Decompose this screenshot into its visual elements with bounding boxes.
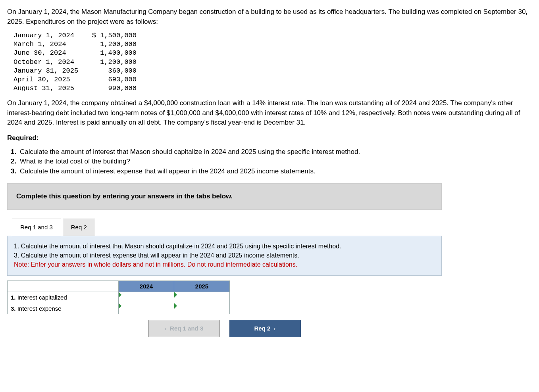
next-button[interactable]: Req 2 › — [229, 320, 301, 337]
panel-line-3: 3. Calculate the amount of interest expe… — [14, 251, 435, 260]
problem-intro-1: On January 1, 2024, the Mason Manufactur… — [7, 7, 532, 27]
exp-row: January 1, 2024$ 1,500,000 — [13, 31, 532, 40]
requirements-list: Calculate the amount of interest that Ma… — [16, 147, 532, 177]
row-interest-capitalized: 1. Interest capitalized — [8, 292, 119, 303]
col-header-2024: 2024 — [119, 281, 174, 292]
input-interest-expense-2025[interactable] — [174, 303, 230, 314]
chevron-left-icon: ‹ — [165, 325, 167, 332]
exp-row: January 31, 2025360,000 — [13, 67, 532, 75]
panel-line-1: 1. Calculate the amount of interest that… — [14, 242, 435, 251]
exp-row: April 30, 2025693,000 — [13, 75, 532, 84]
instruction-bar: Complete this question by entering your … — [7, 183, 442, 210]
input-interest-expense-2024[interactable] — [119, 303, 174, 314]
requirement-2: What is the total cost of the building? — [18, 157, 532, 167]
exp-row: August 31, 2025990,000 — [13, 84, 532, 93]
requirement-1: Calculate the amount of interest that Ma… — [18, 147, 532, 157]
prev-button: ‹ Req 1 and 3 — [148, 320, 220, 337]
col-header-2025: 2025 — [174, 281, 230, 292]
required-heading: Required: — [7, 133, 532, 143]
input-interest-capitalized-2024[interactable] — [119, 292, 174, 303]
tab-strip: Req 1 and 3 Req 2 — [12, 219, 442, 236]
exp-row: June 30, 20241,400,000 — [13, 49, 532, 58]
tab-req-2[interactable]: Req 2 — [63, 219, 95, 236]
exp-row: March 1, 20241,200,000 — [13, 40, 532, 49]
expenditure-table: January 1, 2024$ 1,500,000 March 1, 2024… — [13, 31, 532, 93]
panel-note: Note: Enter your answers in whole dollar… — [14, 260, 435, 269]
exp-row: October 1, 20241,200,000 — [13, 58, 532, 67]
tab-panel-req-1-and-3: 1. Calculate the amount of interest that… — [7, 236, 442, 276]
requirement-3: Calculate the amount of interest expense… — [18, 167, 532, 177]
problem-intro-2: On January 1, 2024, the company obtained… — [7, 98, 532, 128]
input-interest-capitalized-2025[interactable] — [174, 292, 230, 303]
chevron-right-icon: › — [274, 325, 276, 332]
row-interest-expense: 3. Interest expense — [8, 303, 119, 314]
answer-table: 2024 2025 1. Interest capitalized 3. Int… — [7, 281, 230, 314]
table-corner — [8, 281, 119, 292]
tab-req-1-and-3[interactable]: Req 1 and 3 — [12, 219, 61, 236]
